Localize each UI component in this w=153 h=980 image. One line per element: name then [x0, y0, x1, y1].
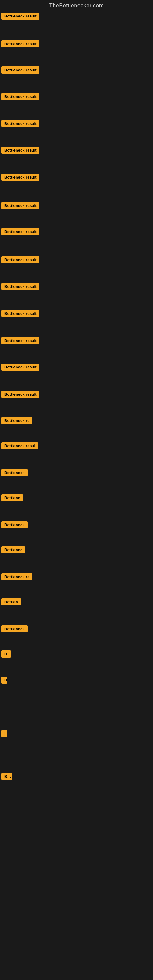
bottleneck-badge-1[interactable]: Bottleneck result — [1, 13, 40, 20]
bottleneck-badge-6[interactable]: Bottleneck result — [1, 147, 40, 154]
bottleneck-badge-18[interactable]: Bottleneck — [1, 469, 27, 476]
bottleneck-item-27: | — [1, 730, 7, 738]
bottleneck-badge-23[interactable]: Bottlen — [1, 598, 21, 605]
bottleneck-item-24: Bottleneck — [1, 625, 27, 634]
bottleneck-badge-21[interactable]: Bottlenec — [1, 546, 26, 554]
bottleneck-badge-15[interactable]: Bottleneck result — [1, 391, 40, 398]
bottleneck-badge-9[interactable]: Bottleneck result — [1, 228, 40, 235]
bottleneck-item-9: Bottleneck result — [1, 228, 40, 236]
bottleneck-badge-14[interactable]: Bottleneck result — [1, 364, 40, 371]
bottleneck-badge-12[interactable]: Bottleneck result — [1, 310, 40, 317]
bottleneck-item-21: Bottlenec — [1, 546, 26, 555]
bottleneck-item-3: Bottleneck result — [1, 67, 40, 75]
bottleneck-badge-28[interactable]: Bot — [1, 773, 12, 780]
bottleneck-badge-19[interactable]: Bottlene — [1, 494, 23, 501]
bottleneck-badge-27[interactable]: | — [1, 730, 7, 737]
bottleneck-item-10: Bottleneck result — [1, 256, 40, 265]
bottleneck-badge-13[interactable]: Bottleneck result — [1, 337, 40, 344]
bottleneck-item-11: Bottleneck result — [1, 283, 40, 291]
bottleneck-item-25: Bo — [1, 651, 11, 659]
bottleneck-item-7: Bottleneck result — [1, 173, 40, 182]
bottleneck-badge-25[interactable]: Bo — [1, 651, 11, 657]
bottleneck-badge-16[interactable]: Bottleneck re — [1, 417, 32, 424]
bottleneck-badge-11[interactable]: Bottleneck result — [1, 283, 40, 290]
bottleneck-item-16: Bottleneck re — [1, 417, 32, 425]
bottleneck-item-18: Bottleneck — [1, 469, 27, 477]
bottleneck-badge-26[interactable]: B — [1, 676, 7, 684]
bottleneck-item-5: Bottleneck result — [1, 120, 40, 128]
bottleneck-badge-2[interactable]: Bottleneck result — [1, 40, 40, 48]
bottleneck-item-2: Bottleneck result — [1, 40, 40, 49]
bottleneck-item-15: Bottleneck result — [1, 391, 40, 399]
bottleneck-item-1: Bottleneck result — [1, 13, 40, 21]
bottleneck-badge-8[interactable]: Bottleneck result — [1, 202, 40, 209]
bottleneck-item-13: Bottleneck result — [1, 337, 40, 345]
bottleneck-item-23: Bottlen — [1, 598, 21, 607]
bottleneck-item-4: Bottleneck result — [1, 93, 40, 101]
bottleneck-badge-24[interactable]: Bottleneck — [1, 625, 27, 632]
bottleneck-badge-20[interactable]: Bottleneck — [1, 521, 27, 528]
bottleneck-item-22: Bottleneck re — [1, 573, 32, 582]
bottleneck-badge-5[interactable]: Bottleneck result — [1, 120, 40, 127]
bottleneck-item-19: Bottlene — [1, 494, 23, 503]
bottleneck-item-17: Bottleneck resul — [1, 442, 38, 450]
site-title: TheBottlenecker.com — [0, 0, 153, 13]
bottleneck-item-20: Bottleneck — [1, 521, 27, 530]
bottleneck-badge-4[interactable]: Bottleneck result — [1, 93, 40, 100]
bottleneck-badge-10[interactable]: Bottleneck result — [1, 256, 40, 263]
bottleneck-badge-17[interactable]: Bottleneck resul — [1, 442, 38, 449]
bottleneck-item-26: B — [1, 676, 7, 685]
bottleneck-badge-22[interactable]: Bottleneck re — [1, 573, 32, 580]
bottleneck-item-28: Bot — [1, 773, 12, 781]
bottleneck-item-8: Bottleneck result — [1, 202, 40, 210]
bottleneck-item-6: Bottleneck result — [1, 147, 40, 155]
bottleneck-item-12: Bottleneck result — [1, 310, 40, 318]
bottleneck-badge-7[interactable]: Bottleneck result — [1, 173, 40, 181]
bottleneck-item-14: Bottleneck result — [1, 364, 40, 372]
bottleneck-badge-3[interactable]: Bottleneck result — [1, 67, 40, 73]
